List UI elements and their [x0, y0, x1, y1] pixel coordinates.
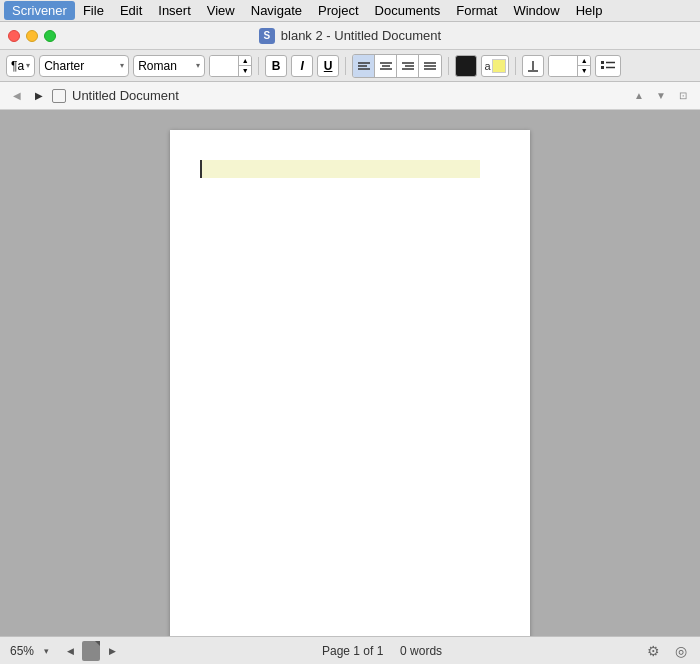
align-right-button[interactable]: [397, 55, 419, 77]
title-text: S blank 2 - Untitled Document: [259, 28, 441, 44]
font-style-arrow: ▾: [196, 61, 200, 70]
separator-4: [515, 57, 516, 75]
menu-item-window[interactable]: Window: [505, 1, 567, 20]
text-input-area[interactable]: [200, 160, 480, 178]
status-right-icons: ⚙ ◎: [644, 642, 690, 660]
menu-item-scrivener[interactable]: Scrivener: [4, 1, 75, 20]
minimize-button[interactable]: [26, 30, 38, 42]
font-size-input[interactable]: 12: [210, 56, 238, 76]
alignment-group: [352, 54, 442, 78]
menu-item-help[interactable]: Help: [568, 1, 611, 20]
font-family-arrow: ▾: [120, 61, 124, 70]
underline-button[interactable]: U: [317, 55, 339, 77]
menu-item-view[interactable]: View: [199, 1, 243, 20]
zoom-down-button[interactable]: ▾: [38, 643, 54, 659]
document-page[interactable]: [170, 130, 530, 636]
target-icon[interactable]: ◎: [672, 642, 690, 660]
font-style-dropdown[interactable]: Roman ▾: [133, 55, 205, 77]
style-icon: ¶a: [11, 59, 24, 73]
line-spacing-up[interactable]: ▲: [578, 56, 590, 66]
nav-back-button[interactable]: ◀: [8, 87, 26, 105]
expand-button[interactable]: ⊡: [674, 87, 692, 105]
font-size-down[interactable]: ▼: [239, 66, 251, 76]
style-dropdown[interactable]: ¶a ▾: [6, 55, 35, 77]
breadcrumb-actions: ▲ ▼ ⊡: [630, 87, 692, 105]
line-spacing-down[interactable]: ▼: [578, 66, 590, 76]
bold-button[interactable]: B: [265, 55, 287, 77]
align-center-button[interactable]: [375, 55, 397, 77]
window-title: blank 2 - Untitled Document: [281, 28, 441, 43]
status-page-info: Page 1 of 1 0 words: [120, 644, 644, 658]
separator-3: [448, 57, 449, 75]
font-family-label: Charter: [44, 59, 118, 73]
doc-icon[interactable]: [82, 641, 100, 661]
separator-2: [345, 57, 346, 75]
svg-rect-14: [601, 61, 604, 64]
font-size-up[interactable]: ▲: [239, 56, 251, 66]
page-info-text: Page 1 of 1: [322, 644, 383, 658]
line-spacing-arrows: ▲ ▼: [577, 56, 590, 76]
close-button[interactable]: [8, 30, 20, 42]
main-content: [0, 110, 700, 636]
inline-annotation-button[interactable]: [522, 55, 544, 77]
highlight-label: a: [485, 60, 491, 72]
menu-item-format[interactable]: Format: [448, 1, 505, 20]
app-icon: S: [259, 28, 275, 44]
highlight-swatch: [492, 59, 506, 73]
style-dropdown-arrow: ▾: [26, 61, 30, 70]
menu-item-file[interactable]: File: [75, 1, 112, 20]
menu-item-documents[interactable]: Documents: [367, 1, 449, 20]
font-family-dropdown[interactable]: Charter ▾: [39, 55, 129, 77]
svg-rect-16: [601, 66, 604, 69]
nav-forward-button[interactable]: ▶: [30, 87, 48, 105]
title-bar: S blank 2 - Untitled Document: [0, 22, 700, 50]
font-style-label: Roman: [138, 59, 194, 73]
font-size-control[interactable]: 12 ▲ ▼: [209, 55, 252, 77]
list-button[interactable]: [595, 55, 621, 77]
menu-item-insert[interactable]: Insert: [150, 1, 199, 20]
zoom-value: 65%: [10, 644, 34, 658]
menu-bar: Scrivener File Edit Insert View Navigate…: [0, 0, 700, 22]
doc-nav: ◀ ▶: [62, 641, 120, 661]
line-spacing-control[interactable]: 1.0 ▲ ▼: [548, 55, 591, 77]
line-spacing-input[interactable]: 1.0: [549, 56, 577, 76]
document-icon: [52, 89, 66, 103]
settings-icon[interactable]: ⚙: [644, 642, 662, 660]
align-justify-button[interactable]: [419, 55, 441, 77]
italic-button[interactable]: I: [291, 55, 313, 77]
breadcrumb-bar: ◀ ▶ Untitled Document ▲ ▼ ⊡: [0, 82, 700, 110]
status-bar: 65% ▾ ◀ ▶ Page 1 of 1 0 words ⚙ ◎: [0, 636, 700, 664]
menu-item-project[interactable]: Project: [310, 1, 366, 20]
font-size-arrows: ▲ ▼: [238, 56, 251, 76]
zoom-group: 65% ▾: [10, 643, 54, 659]
separator-1: [258, 57, 259, 75]
doc-next-button[interactable]: ▶: [104, 643, 120, 659]
word-count-spacer: [387, 644, 397, 658]
breadcrumb-title: Untitled Document: [72, 88, 179, 103]
text-color-button[interactable]: [455, 55, 477, 77]
word-count-text: 0 words: [400, 644, 442, 658]
traffic-lights: [8, 30, 56, 42]
collapse-up-button[interactable]: ▲: [630, 87, 648, 105]
menu-item-edit[interactable]: Edit: [112, 1, 150, 20]
highlight-color-button[interactable]: a: [481, 55, 509, 77]
collapse-down-button[interactable]: ▼: [652, 87, 670, 105]
align-left-button[interactable]: [353, 55, 375, 77]
doc-prev-button[interactable]: ◀: [62, 643, 78, 659]
menu-item-navigate[interactable]: Navigate: [243, 1, 310, 20]
maximize-button[interactable]: [44, 30, 56, 42]
toolbar: ¶a ▾ Charter ▾ Roman ▾ 12 ▲ ▼ B I U: [0, 50, 700, 82]
